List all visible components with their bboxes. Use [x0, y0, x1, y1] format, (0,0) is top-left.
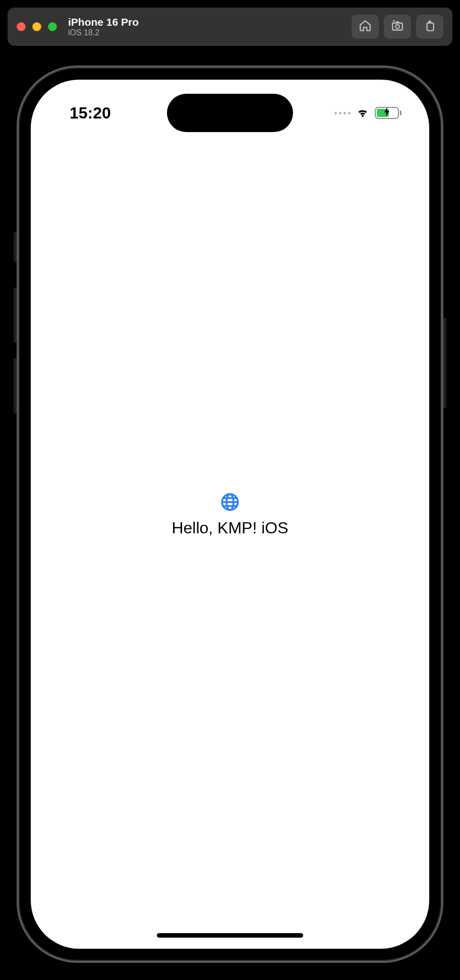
device-frame: 15:20	[17, 66, 443, 963]
home-indicator[interactable]	[157, 933, 303, 938]
home-button[interactable]	[352, 15, 379, 39]
svg-rect-0	[392, 23, 402, 30]
window-traffic-lights	[17, 22, 57, 31]
zoom-window-button[interactable]	[48, 22, 57, 31]
close-window-button[interactable]	[17, 22, 26, 31]
device: 15:20	[17, 66, 443, 963]
simulator-title-block: iPhone 16 Pro iOS 18.2	[68, 16, 139, 38]
minimize-window-button[interactable]	[32, 22, 41, 31]
device-screen: 15:20	[31, 80, 429, 949]
simulator-actions	[352, 15, 443, 39]
globe-icon	[219, 492, 241, 515]
greeting-text: Hello, KMP! iOS	[171, 519, 288, 537]
simulator-toolbar: iPhone 16 Pro iOS 18.2	[8, 8, 452, 46]
simulator-device-name: iPhone 16 Pro	[68, 16, 139, 28]
simulator-os-version: iOS 18.2	[68, 28, 139, 37]
app-content: Hello, KMP! iOS	[31, 80, 429, 949]
rotate-button[interactable]	[416, 15, 443, 39]
camera-icon	[391, 19, 404, 34]
home-icon	[359, 19, 372, 34]
side-button-hw[interactable]	[443, 318, 446, 408]
screenshot-button[interactable]	[384, 15, 411, 39]
svg-point-1	[395, 25, 399, 29]
rotate-icon	[423, 19, 436, 34]
svg-rect-2	[427, 23, 434, 31]
